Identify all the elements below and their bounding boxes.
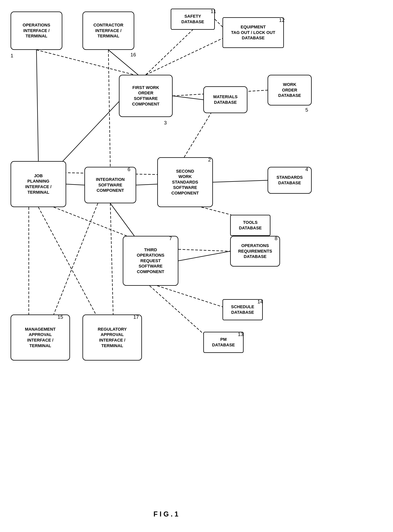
ref-12: 12 bbox=[279, 17, 285, 23]
svg-line-13 bbox=[146, 30, 193, 75]
regulatory-label: REGULATORY APPROVAL INTERFACE / TERMINAL bbox=[98, 327, 127, 348]
ref-2: 2 bbox=[208, 157, 211, 163]
ref-11: 11 bbox=[211, 8, 216, 14]
svg-line-5 bbox=[213, 180, 268, 182]
standards-db-label: STANDARDS DATABASE bbox=[277, 175, 303, 186]
equipment-db-node: EQUIPMENT TAG OUT / LOCK OUT DATABASE bbox=[222, 17, 284, 48]
standards-db-node: STANDARDS DATABASE bbox=[268, 167, 312, 194]
schedule-db-label: SCHEDULE DATABASE bbox=[231, 304, 254, 315]
svg-line-3 bbox=[110, 203, 134, 236]
svg-line-9 bbox=[36, 50, 134, 75]
safety-db-label: SAFETY DATABASE bbox=[182, 14, 204, 24]
contractor-node: CONTRACTOR INTERFACE / TERMINAL bbox=[83, 11, 134, 50]
job-planning-label: JOB PLANNING INTERFACE / TERMINAL bbox=[25, 173, 52, 195]
ref-5: 5 bbox=[305, 107, 308, 113]
pm-db-node: PM DATABASE bbox=[203, 332, 244, 353]
svg-line-10 bbox=[108, 50, 110, 167]
svg-line-2 bbox=[136, 184, 157, 185]
svg-line-21 bbox=[150, 286, 203, 334]
schedule-db-node: SCHEDULE DATABASE bbox=[222, 299, 263, 320]
materials-db-label: MATERIALS DATABASE bbox=[213, 94, 238, 105]
ref-7: 7 bbox=[169, 235, 172, 241]
second-work-standards-node: SECOND WORK STANDARDS SOFTWARE COMPONENT bbox=[157, 157, 213, 207]
ref-4: 4 bbox=[305, 166, 308, 172]
svg-line-11 bbox=[215, 19, 222, 27]
operations-req-db-label: OPERATIONS REQUIREMENTS DATABASE bbox=[238, 243, 272, 259]
job-planning-node: JOB PLANNING INTERFACE / TERMINAL bbox=[10, 161, 66, 207]
work-order-db-label: WORK ORDER DATABASE bbox=[278, 82, 301, 98]
ref-8: 8 bbox=[275, 235, 277, 241]
ref-1: 1 bbox=[10, 53, 13, 59]
svg-line-19 bbox=[38, 207, 96, 315]
integration-label: INTEGRATION SOFTWARE COMPONENT bbox=[96, 177, 125, 193]
regulatory-node: REGULATORY APPROVAL INTERFACE / TERMINAL bbox=[83, 315, 142, 361]
svg-line-17 bbox=[178, 249, 230, 251]
work-order-db-node: WORK ORDER DATABASE bbox=[268, 75, 312, 106]
svg-line-25 bbox=[110, 203, 113, 315]
operations-node: OPERATIONS INTERFACE / TERMINAL bbox=[10, 11, 62, 50]
operations-label: OPERATIONS INTERFACE / TERMINAL bbox=[23, 22, 50, 39]
figure-label: F I G . 1 bbox=[153, 510, 178, 518]
ref-6: 6 bbox=[128, 166, 130, 172]
operations-req-db-node: OPERATIONS REQUIREMENTS DATABASE bbox=[230, 236, 280, 267]
ref-3: 3 bbox=[164, 120, 167, 126]
svg-line-22 bbox=[54, 207, 127, 236]
ref-14: 14 bbox=[257, 299, 263, 305]
svg-line-15 bbox=[201, 207, 231, 215]
tools-db-label: TOOLS DATABASE bbox=[239, 220, 262, 231]
materials-db-node: MATERIALS DATABASE bbox=[203, 86, 247, 113]
first-work-order-label: FIRST WORK ORDER SOFTWARE COMPONENT bbox=[132, 85, 160, 107]
ref-17: 17 bbox=[133, 314, 139, 320]
contractor-label: CONTRACTOR INTERFACE / TERMINAL bbox=[93, 22, 123, 39]
svg-line-0 bbox=[36, 50, 38, 161]
safety-db-node: SAFETY DATABASE bbox=[171, 9, 215, 30]
svg-line-6 bbox=[178, 251, 230, 261]
ref-13: 13 bbox=[238, 331, 243, 337]
equipment-db-label: EQUIPMENT TAG OUT / LOCK OUT DATABASE bbox=[231, 24, 275, 41]
third-operations-node: THIRD OPERATIONS REQUEST SOFTWARE COMPON… bbox=[123, 236, 178, 286]
management-label: MANAGEMENT APPROVAL INTERFACE / TERMINAL bbox=[25, 327, 56, 348]
pm-db-label: PM DATABASE bbox=[212, 337, 235, 348]
svg-line-12 bbox=[146, 38, 222, 75]
second-work-standards-label: SECOND WORK STANDARDS SOFTWARE COMPONENT bbox=[172, 169, 199, 196]
first-work-order-node: FIRST WORK ORDER SOFTWARE COMPONENT bbox=[119, 75, 173, 117]
svg-line-7 bbox=[56, 102, 119, 169]
third-operations-label: THIRD OPERATIONS REQUEST SOFTWARE COMPON… bbox=[137, 247, 164, 275]
ref-15: 15 bbox=[58, 314, 63, 320]
svg-line-1 bbox=[66, 184, 84, 185]
ref-16: 16 bbox=[130, 52, 136, 58]
svg-line-20 bbox=[157, 286, 222, 307]
tools-db-node: TOOLS DATABASE bbox=[230, 215, 270, 236]
svg-line-4 bbox=[173, 96, 203, 100]
svg-line-16 bbox=[184, 113, 211, 157]
svg-line-24 bbox=[54, 203, 98, 315]
management-node: MANAGEMENT APPROVAL INTERFACE / TERMINAL bbox=[10, 315, 70, 361]
